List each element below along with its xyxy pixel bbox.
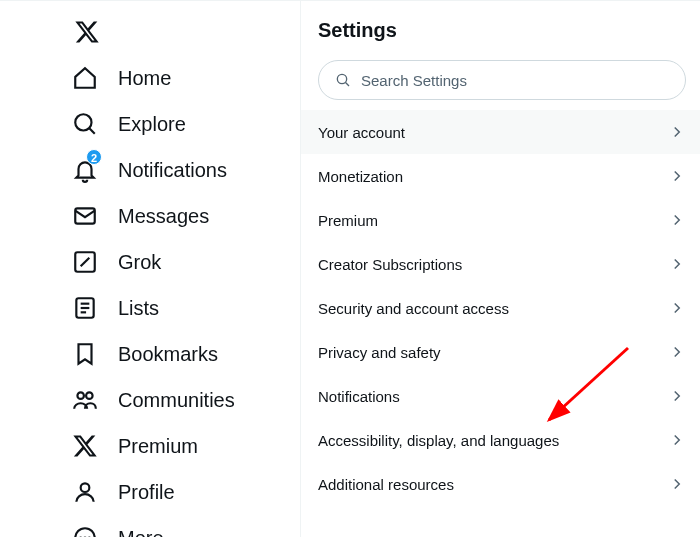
chevron-right-icon [668, 431, 686, 449]
nav-item-label: Profile [118, 481, 175, 504]
nav-item-label: Messages [118, 205, 209, 228]
nav-item-premium[interactable]: Premium [72, 423, 300, 469]
nav-item-explore[interactable]: Explore [72, 101, 300, 147]
nav-item-messages[interactable]: Messages [72, 193, 300, 239]
nav-item-more[interactable]: More [72, 515, 300, 537]
svg-point-11 [81, 483, 90, 492]
communities-icon [72, 387, 98, 413]
nav-item-label: Bookmarks [118, 343, 218, 366]
grok-icon [72, 249, 98, 275]
home-icon [72, 65, 98, 91]
settings-item-label: Additional resources [318, 476, 454, 493]
svg-line-17 [346, 83, 349, 86]
svg-point-0 [75, 114, 91, 130]
page-title: Settings [318, 19, 686, 42]
nav-item-label: Premium [118, 435, 198, 458]
settings-item-label: Notifications [318, 388, 400, 405]
search-icon [335, 72, 351, 88]
vertical-divider [300, 0, 301, 537]
settings-panel: Settings Your accountMonetizationPremium… [300, 1, 700, 537]
chevron-right-icon [668, 123, 686, 141]
nav-item-profile[interactable]: Profile [72, 469, 300, 515]
settings-item-your-account[interactable]: Your account [300, 110, 700, 154]
svg-line-1 [89, 128, 94, 133]
settings-item-label: Creator Subscriptions [318, 256, 462, 273]
nav-item-label: More [118, 527, 164, 538]
chevron-right-icon [668, 475, 686, 493]
settings-item-label: Accessibility, display, and languages [318, 432, 559, 449]
nav: HomeExploreNotifications2MessagesGrokLis… [72, 55, 300, 537]
chevron-right-icon [668, 211, 686, 229]
bookmark-icon [72, 341, 98, 367]
profile-icon [72, 479, 98, 505]
nav-item-label: Grok [118, 251, 161, 274]
settings-item-label: Security and account access [318, 300, 509, 317]
settings-item-label: Monetization [318, 168, 403, 185]
nav-item-label: Communities [118, 389, 235, 412]
settings-item-security-and-account-access[interactable]: Security and account access [300, 286, 700, 330]
nav-item-label: Notifications [118, 159, 227, 182]
settings-item-privacy-and-safety[interactable]: Privacy and safety [300, 330, 700, 374]
settings-item-additional-resources[interactable]: Additional resources [300, 462, 700, 506]
nav-item-bookmarks[interactable]: Bookmarks [72, 331, 300, 377]
settings-item-label: Your account [318, 124, 405, 141]
search-input[interactable] [361, 72, 669, 89]
chevron-right-icon [668, 255, 686, 273]
settings-item-monetization[interactable]: Monetization [300, 154, 700, 198]
chevron-right-icon [668, 299, 686, 317]
nav-item-communities[interactable]: Communities [72, 377, 300, 423]
sidebar: HomeExploreNotifications2MessagesGrokLis… [0, 1, 300, 537]
notification-badge: 2 [86, 149, 102, 165]
nav-item-notifications[interactable]: Notifications2 [72, 147, 300, 193]
nav-item-label: Explore [118, 113, 186, 136]
settings-item-creator-subscriptions[interactable]: Creator Subscriptions [300, 242, 700, 286]
nav-item-label: Home [118, 67, 171, 90]
x-icon [72, 433, 98, 459]
svg-point-16 [337, 74, 346, 83]
settings-item-premium[interactable]: Premium [300, 198, 700, 242]
settings-item-accessibility-display-and-languages[interactable]: Accessibility, display, and languages [300, 418, 700, 462]
settings-list: Your accountMonetizationPremiumCreator S… [318, 110, 686, 506]
search-settings[interactable] [318, 60, 686, 100]
chevron-right-icon [668, 387, 686, 405]
chevron-right-icon [668, 167, 686, 185]
svg-point-12 [75, 528, 95, 537]
list-icon [72, 295, 98, 321]
search-icon [72, 111, 98, 137]
settings-item-notifications[interactable]: Notifications [300, 374, 700, 418]
nav-item-lists[interactable]: Lists [72, 285, 300, 331]
settings-item-label: Premium [318, 212, 378, 229]
x-logo[interactable] [72, 11, 300, 55]
chevron-right-icon [668, 343, 686, 361]
svg-line-4 [81, 258, 90, 267]
settings-item-label: Privacy and safety [318, 344, 441, 361]
more-icon [72, 525, 98, 537]
svg-point-10 [86, 392, 93, 399]
nav-item-grok[interactable]: Grok [72, 239, 300, 285]
nav-item-label: Lists [118, 297, 159, 320]
envelope-icon [72, 203, 98, 229]
svg-point-9 [77, 392, 84, 399]
nav-item-home[interactable]: Home [72, 55, 300, 101]
